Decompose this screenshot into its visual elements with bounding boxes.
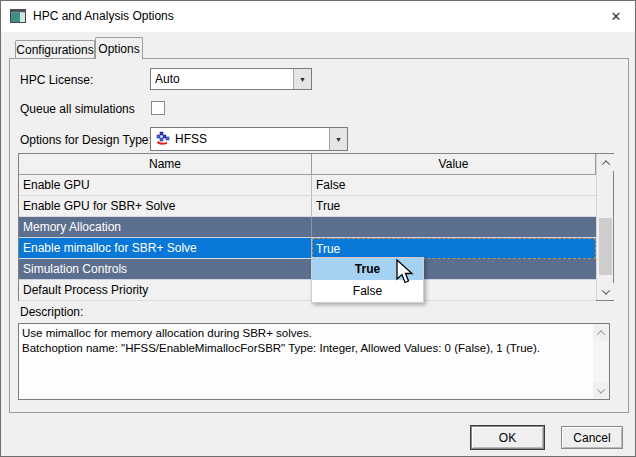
- ok-button[interactable]: OK: [471, 426, 544, 449]
- scroll-down-icon[interactable]: [597, 283, 614, 300]
- description-line1: Use mimalloc for memory allocation durin…: [22, 326, 589, 341]
- queue-simulations-checkbox[interactable]: [151, 101, 165, 115]
- design-type-dropdown[interactable]: HFSS ▼: [150, 127, 348, 151]
- table-row[interactable]: Enable GPU False: [19, 175, 596, 196]
- close-icon[interactable]: ✕: [601, 3, 631, 29]
- description-label: Description:: [20, 305, 83, 319]
- cancel-button[interactable]: Cancel: [561, 426, 623, 449]
- mouse-cursor-icon: [393, 258, 415, 286]
- column-header-name[interactable]: Name: [19, 154, 312, 175]
- table-section-row[interactable]: Simulation Controls: [19, 259, 596, 280]
- options-tab-page: HPC License: Auto ▼ Queue all simulation…: [9, 58, 629, 413]
- table-section-row[interactable]: Memory Allocation: [19, 217, 596, 238]
- table-row[interactable]: Enable GPU for SBR+ Solve True: [19, 196, 596, 217]
- chevron-down-icon[interactable]: ▼: [329, 128, 347, 150]
- queue-simulations-label: Queue all simulations: [20, 102, 135, 116]
- scroll-up-icon[interactable]: [593, 324, 609, 341]
- hfss-icon: [155, 131, 171, 147]
- chevron-down-icon[interactable]: ▼: [293, 69, 311, 89]
- app-window-icon: [10, 9, 26, 23]
- design-type-label: Options for Design Type:: [20, 133, 152, 147]
- scroll-down-icon[interactable]: [593, 382, 609, 399]
- value-cell-editing[interactable]: True: [312, 238, 596, 259]
- title-bar: HPC and Analysis Options ✕: [1, 1, 635, 32]
- scroll-up-icon[interactable]: [597, 154, 614, 171]
- description-box: Use mimalloc for memory allocation durin…: [18, 323, 610, 400]
- table-header: Name Value: [19, 154, 613, 175]
- dialog-title: HPC and Analysis Options: [33, 9, 174, 23]
- table-row[interactable]: Default Process Priority: [19, 280, 596, 301]
- hpc-license-value: Auto: [151, 72, 293, 86]
- description-line2: Batchoption name: "HFSS/EnableMimallocFo…: [22, 341, 589, 356]
- hpc-license-label: HPC License:: [20, 73, 93, 87]
- tab-options[interactable]: Options: [95, 37, 143, 59]
- design-type-value: HFSS: [175, 132, 207, 146]
- description-scrollbar[interactable]: [593, 324, 609, 399]
- hpc-license-dropdown[interactable]: Auto ▼: [150, 68, 312, 90]
- table-scrollbar[interactable]: [596, 154, 613, 300]
- column-header-value[interactable]: Value: [312, 154, 596, 175]
- scrollbar-thumb[interactable]: [599, 218, 612, 275]
- tab-configurations[interactable]: Configurations: [15, 40, 95, 59]
- hpc-analysis-options-dialog: HPC and Analysis Options ✕ Configuration…: [0, 0, 636, 457]
- table-row-selected[interactable]: Enable mimalloc for SBR+ Solve True: [19, 238, 596, 259]
